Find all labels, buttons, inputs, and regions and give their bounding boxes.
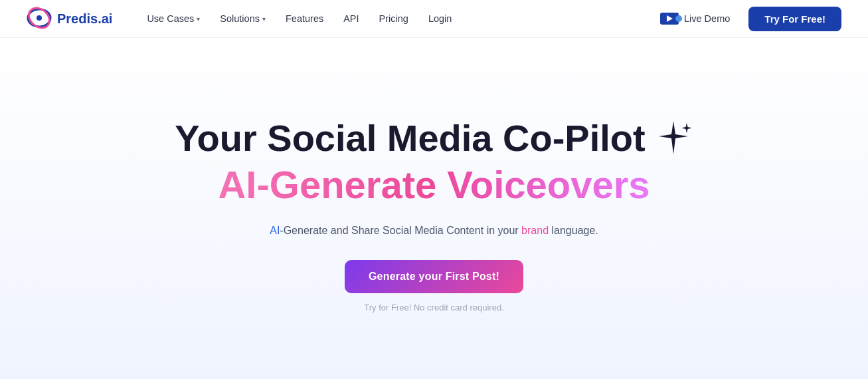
nav-right-actions: Live Demo Try For Free! xyxy=(652,7,841,31)
nav-api[interactable]: API xyxy=(335,9,367,28)
navbar: Predis.ai Use Cases ▾ Solutions ▾ Featur… xyxy=(0,0,868,38)
nav-solutions[interactable]: Solutions ▾ xyxy=(212,9,274,28)
nav-login[interactable]: Login xyxy=(420,9,460,28)
subtitle-brand: brand xyxy=(521,225,549,236)
chevron-down-icon: ▾ xyxy=(262,15,266,23)
nav-features[interactable]: Features xyxy=(278,9,331,28)
chevron-down-icon: ▾ xyxy=(197,15,200,23)
logo-link[interactable]: Predis.ai xyxy=(27,6,112,31)
subtitle-ai: AI xyxy=(270,225,280,236)
video-camera-icon xyxy=(660,13,679,25)
live-demo-button[interactable]: Live Demo xyxy=(652,9,738,29)
nav-links: Use Cases ▾ Solutions ▾ Features API Pri… xyxy=(139,9,652,28)
generate-post-button[interactable]: Generate your First Post! xyxy=(345,260,523,293)
hero-subtitle: AI-Generate and Share Social Media Conte… xyxy=(270,222,598,239)
hero-title-line1: Your Social Media Co-Pilot xyxy=(175,118,693,159)
nav-pricing[interactable]: Pricing xyxy=(371,9,416,28)
sparkle-icon xyxy=(653,118,693,158)
svg-point-2 xyxy=(37,15,42,21)
hero-title-line2: AI-Generate Voiceovers xyxy=(218,164,650,206)
camera-dot xyxy=(675,15,682,22)
hero-section: Your Social Media Co-Pilot AI-Generate V… xyxy=(0,38,868,379)
logo-text: Predis.ai xyxy=(57,11,112,27)
nav-use-cases[interactable]: Use Cases ▾ xyxy=(139,9,208,28)
logo-icon xyxy=(27,6,52,31)
hero-note: Try for Free! No credit card required. xyxy=(364,303,503,313)
try-free-button[interactable]: Try For Free! xyxy=(748,7,841,31)
